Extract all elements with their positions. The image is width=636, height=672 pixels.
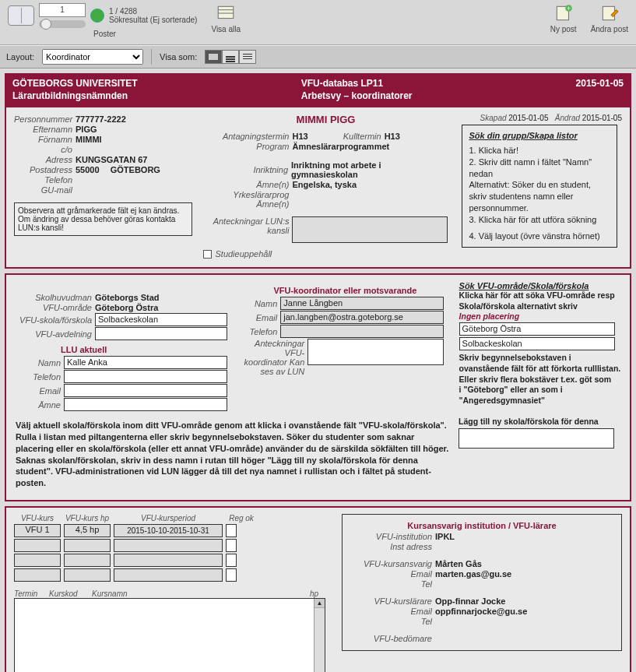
sokomrade-f1[interactable]: Göteborg Östra [459, 322, 615, 336]
placement-instructions: Välj aktuell skola/förskola inom ditt VF… [14, 417, 451, 492]
sokgrupp-box: Sök din grupp/Skapa listor 1. Klicka här… [462, 125, 617, 248]
skola-input[interactable]: Solbackeskolan [95, 313, 227, 326]
view-list-button[interactable] [222, 50, 239, 64]
record-book-icon[interactable] [8, 5, 34, 26]
koord-ant-input[interactable] [307, 339, 444, 365]
sokgrupp-l1[interactable]: 1. Klicka här! [469, 145, 610, 157]
view-label: Visa som: [160, 52, 197, 62]
header-uni: GÖTEBORGS UNIVERSITET [12, 78, 138, 89]
course-panel: VFU-kurs VFU-kurs hp VFU-kursperiod Reg … [5, 506, 631, 672]
found-set-pie-icon[interactable] [90, 9, 104, 23]
program-label: Program [203, 142, 289, 151]
show-all-icon [216, 3, 236, 23]
skola-label: VFU-skola/förskola [14, 315, 92, 325]
course-left: VFU-kurs VFU-kurs hp VFU-kursperiod Reg … [14, 514, 325, 672]
inst-label: VFU-institution [350, 532, 432, 541]
firstname-value: MIMMI [76, 135, 102, 144]
llu-namn-label: Namn [14, 358, 61, 368]
placement-panel: SkolhuvudmanGöteborgs Stad VFU-områdeGöt… [5, 273, 631, 501]
llu-namn-input[interactable]: Kalle Anka [64, 356, 227, 369]
anteck-box [292, 216, 448, 243]
lastname-value: PIGG [76, 125, 97, 134]
antag-label: Antagningstermin [203, 132, 289, 141]
th-period: VFU-kursperiod [114, 514, 223, 522]
llu-amne-input[interactable] [64, 398, 227, 411]
course-listbox[interactable]: ▲ [14, 598, 325, 672]
lar-label: VFU-kurslärare [350, 596, 432, 606]
post-label: Postadress [14, 165, 72, 174]
header-banner: GÖTEBORGS UNIVERSITET Lärarutbildningsnä… [5, 73, 631, 106]
show-all-group[interactable]: Visa alla [211, 3, 241, 33]
th-kurskod: Kurskod [49, 589, 84, 598]
edit-post-label: Ändra post [591, 25, 628, 33]
program-details: MIMMI PIGG AntagningsterminH13 Kulltermi… [203, 114, 448, 259]
llu-tel-input[interactable] [64, 370, 227, 383]
antag-value: H13 [292, 132, 307, 141]
th-kurs: VFU-kurs [14, 514, 61, 522]
new-post-icon: + [553, 3, 574, 23]
c-r1c2: 4,5 hp [64, 524, 111, 537]
record-slider[interactable] [39, 20, 86, 28]
view-form-button[interactable] [205, 50, 222, 64]
th-hp2: hp [310, 589, 325, 598]
add-school-input[interactable] [459, 428, 614, 449]
sokgrupp-l4: 4. Välj layout (övre vänstra hörnet) [469, 230, 610, 242]
koord-tel [280, 325, 444, 338]
avd-input[interactable] [95, 327, 227, 340]
koord-email-label: Email [242, 313, 277, 322]
huvud-value: Göteborgs Stad [95, 293, 160, 302]
new-post-group[interactable]: + Ny post [550, 3, 577, 33]
post-city: GÖTEBORG [111, 165, 160, 174]
lar-tel-label: Tel [350, 617, 432, 626]
koord-tel-label: Telefon [242, 327, 277, 336]
sokomrade-f2[interactable]: Solbackeskolan [459, 337, 615, 350]
llu-tel-label: Telefon [14, 372, 61, 382]
header-view: Arbetsvy – koordinatorer [301, 90, 413, 101]
layout-bar: Layout: Koordinator Visa som: [0, 45, 636, 69]
th-regok: Reg ok [226, 514, 257, 522]
bed-label: VFU-bedömare [350, 634, 432, 643]
lar-email-label: Email [350, 607, 432, 616]
person-panel: Personnummer777777-2222 EfternamnPIGG Fö… [5, 106, 631, 269]
edit-post-group[interactable]: Ändra post [591, 3, 628, 33]
layout-select[interactable]: Koordinator [42, 49, 143, 65]
ansv-tel-label: Tel [350, 579, 432, 589]
llu-email-label: Email [14, 386, 61, 396]
c-r1c3: 2015-10-10-2015-10-31 [114, 524, 223, 537]
header-date: 2015-01-05 [576, 78, 624, 89]
c-r1c4[interactable] [226, 524, 237, 537]
sokgrupp-l3[interactable]: 3. Klicka här för att utföra sökning [469, 214, 610, 226]
search-status: Sökresultat (Ej sorterade) [109, 16, 197, 24]
lock-note: Observera att gråmarkerade fält ej kan ä… [14, 202, 192, 236]
c-r1c1: VFU 1 [14, 524, 61, 537]
studie-check[interactable] [203, 250, 212, 259]
llu-email-input[interactable] [64, 384, 227, 397]
koord-namn-label: Namn [242, 299, 277, 308]
scroll-up-icon[interactable]: ▲ [314, 599, 325, 608]
view-table-button[interactable] [239, 50, 256, 64]
pnr-label: Personnummer [14, 114, 72, 124]
layout-label: Layout: [6, 52, 34, 62]
llu-title: LLU aktuell [61, 345, 231, 354]
program-value: Ämneslärarprogrammet [292, 142, 389, 151]
inst-title: Kursansvarig institution / VFU-lärare [350, 521, 613, 530]
sokomrade-p1: Klicka här för att söka VFU-område resp … [459, 290, 622, 311]
placement-left: SkolhuvudmanGöteborgs Stad VFU-områdeGöt… [14, 281, 231, 412]
koord-email: jan.langben@ostra.goteborg.se [280, 311, 444, 324]
sokomrade-block: Sök VFU-område/Skola/förskola Klicka här… [459, 281, 622, 412]
svg-text:+: + [567, 5, 571, 12]
sokgrupp-area: Skapad 2015-01-05 Ändrad 2015-01-05 Sök … [459, 114, 622, 259]
skapad-label: Skapad [480, 114, 507, 122]
sokomrade-noplace: Ingen placering [459, 311, 622, 321]
listbox-scrollbar[interactable]: ▲ [314, 599, 325, 672]
header-db: VFU-databas LP11 [301, 78, 413, 89]
record-number-input[interactable]: 1 [39, 3, 86, 17]
content-area: GÖTEBORGS UNIVERSITET Lärarutbildningsnä… [0, 69, 636, 672]
institution-block: Kursansvarig institution / VFU-lärare VF… [342, 514, 622, 651]
add-school-label: Lägg till ny skola/förskola för denna [459, 417, 622, 426]
post-zip: 55000 [76, 165, 100, 174]
andrad-value: 2015-01-05 [582, 114, 622, 122]
new-post-label: Ny post [550, 25, 577, 33]
koord-namn: Janne Långben [280, 297, 444, 310]
th-kursnamn: Kursnamn [92, 589, 302, 598]
